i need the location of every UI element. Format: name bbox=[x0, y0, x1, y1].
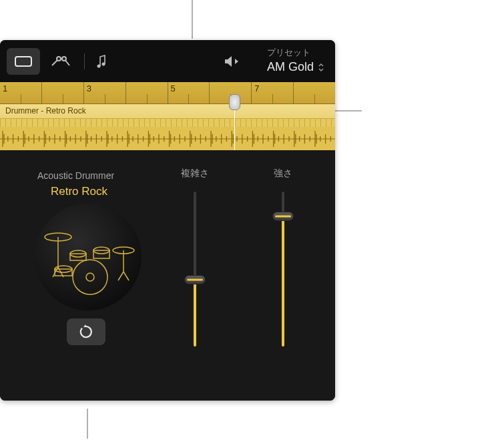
region-view-button[interactable] bbox=[7, 48, 40, 75]
callout-line bbox=[87, 409, 88, 439]
callout-line bbox=[192, 0, 193, 39]
tick-marks bbox=[0, 119, 335, 127]
svg-line-13 bbox=[123, 272, 129, 280]
regenerate-button[interactable] bbox=[67, 318, 105, 345]
track-title: Drummer - Retro Rock bbox=[0, 104, 335, 119]
playhead-handle[interactable] bbox=[229, 94, 240, 110]
drummer-editor-window: プリセット AM Gold 1 3 5 7 Drummer - Retro Ro… bbox=[0, 40, 335, 401]
intensity-slider-group: 強さ bbox=[263, 168, 303, 347]
preset-selector[interactable]: プリセット AM Gold bbox=[267, 47, 324, 74]
svg-point-1 bbox=[57, 57, 61, 61]
slider-fill bbox=[194, 280, 196, 347]
slider-fill bbox=[282, 216, 284, 347]
bar-number: 1 bbox=[3, 83, 7, 93]
drummer-style[interactable]: Retro Rock bbox=[51, 185, 107, 198]
complexity-slider[interactable] bbox=[192, 192, 198, 347]
svg-point-19 bbox=[86, 273, 94, 281]
toolbar: プリセット AM Gold bbox=[0, 40, 335, 82]
svg-point-2 bbox=[62, 57, 66, 61]
timeline-ruler[interactable]: 1 3 5 7 bbox=[0, 82, 335, 104]
svg-line-12 bbox=[118, 272, 123, 280]
bar-number: 5 bbox=[171, 83, 176, 93]
reload-icon bbox=[78, 324, 94, 340]
bar-number: 7 bbox=[254, 83, 259, 93]
waveform bbox=[0, 127, 335, 150]
drum-kit-thumbnail[interactable] bbox=[35, 204, 142, 310]
svg-rect-0 bbox=[15, 57, 31, 66]
divider bbox=[84, 53, 85, 69]
automation-button[interactable] bbox=[44, 48, 77, 75]
track-region[interactable]: Drummer - Retro Rock bbox=[0, 104, 335, 150]
drum-kit-icon bbox=[38, 217, 138, 297]
updown-chevron-icon bbox=[318, 63, 324, 72]
region-icon bbox=[15, 55, 32, 68]
complexity-label: 複雑さ bbox=[175, 168, 215, 180]
svg-point-18 bbox=[73, 260, 107, 294]
svg-rect-17 bbox=[93, 250, 109, 258]
notes-button[interactable] bbox=[91, 48, 111, 75]
intensity-label: 強さ bbox=[263, 168, 303, 180]
notes-icon bbox=[97, 54, 106, 69]
slider-thumb[interactable] bbox=[272, 212, 294, 221]
preview-button[interactable] bbox=[222, 48, 242, 75]
preset-value: AM Gold bbox=[267, 60, 314, 74]
drummer-category: Acoustic Drummer bbox=[37, 170, 114, 181]
drummer-editor: Acoustic Drummer Retro Rock bbox=[0, 150, 335, 401]
preset-label: プリセット bbox=[267, 47, 324, 59]
slider-thumb[interactable] bbox=[184, 275, 206, 284]
speaker-play-icon bbox=[224, 54, 240, 69]
complexity-slider-group: 複雑さ bbox=[175, 168, 215, 347]
bar-number: 3 bbox=[87, 83, 91, 93]
playhead[interactable] bbox=[234, 104, 235, 150]
intensity-slider[interactable] bbox=[280, 192, 286, 347]
automation-curve-icon bbox=[51, 55, 71, 68]
